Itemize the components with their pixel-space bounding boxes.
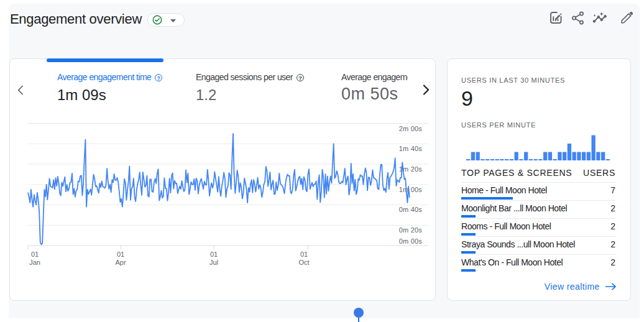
svg-text:1m 00s: 1m 00s: [399, 186, 423, 193]
svg-text:01: 01: [300, 251, 308, 258]
svg-text:0m 00s: 0m 00s: [399, 237, 423, 245]
svg-text:Apr: Apr: [115, 259, 126, 266]
svg-text:01: 01: [117, 251, 124, 258]
svg-text:01: 01: [31, 251, 39, 258]
svg-text:2m 00s: 2m 00s: [399, 125, 423, 132]
svg-text:1m 40s: 1m 40s: [399, 145, 423, 152]
svg-text:Oct: Oct: [298, 259, 309, 266]
svg-text:0m 40s: 0m 40s: [399, 206, 423, 213]
svg-text:01: 01: [210, 251, 218, 258]
svg-text:Jul: Jul: [209, 259, 218, 266]
svg-text:0m 20s: 0m 20s: [399, 226, 423, 234]
svg-text:Jan: Jan: [29, 259, 40, 266]
